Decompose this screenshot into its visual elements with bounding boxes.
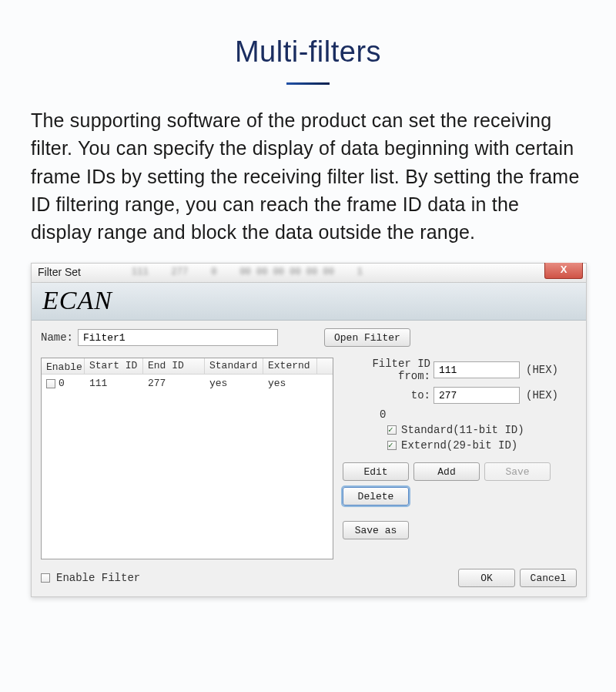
hex-suffix-to: (HEX) bbox=[526, 389, 558, 401]
save-button[interactable]: Save bbox=[484, 462, 551, 481]
description-text: The supporting software of the product c… bbox=[31, 106, 585, 246]
filter-to-input[interactable] bbox=[434, 387, 520, 404]
externd-checkbox[interactable] bbox=[387, 441, 397, 450]
col-header-enable: Enable bbox=[42, 358, 85, 374]
index-line: 0 bbox=[380, 408, 577, 421]
col-header-start-id: Start ID bbox=[85, 358, 143, 374]
cancel-button[interactable]: Cancel bbox=[520, 569, 577, 587]
row-standard: yes bbox=[205, 378, 263, 389]
enable-filter-label: Enable Filter bbox=[56, 572, 140, 584]
delete-button[interactable]: Delete bbox=[343, 487, 409, 506]
edit-button[interactable]: Edit bbox=[343, 462, 409, 481]
col-header-standard: Standard bbox=[205, 358, 263, 374]
grid-header: Enable Start ID End ID Standard Externd bbox=[42, 358, 333, 375]
filter-edit-panel: Filter ID from: (HEX) to: (HEX) 0 Standa… bbox=[343, 358, 577, 559]
row-enable-checkbox[interactable] bbox=[46, 379, 55, 388]
row-end-id: 277 bbox=[143, 378, 205, 389]
filter-from-label: Filter ID from: bbox=[343, 358, 430, 382]
banner: ECAN bbox=[32, 283, 586, 321]
filter-from-input[interactable] bbox=[434, 361, 520, 378]
hex-suffix-from: (HEX) bbox=[526, 364, 558, 376]
table-row[interactable]: 0 111 277 yes yes bbox=[42, 375, 333, 389]
name-input[interactable] bbox=[78, 329, 278, 346]
add-button[interactable]: Add bbox=[413, 462, 480, 481]
close-button[interactable]: X bbox=[544, 263, 583, 279]
blurred-background-text: 111277000 00 00 00 00 001 bbox=[132, 267, 540, 276]
close-icon: X bbox=[561, 264, 567, 275]
standard-checkbox-label: Standard(11-bit ID) bbox=[401, 424, 524, 436]
externd-checkbox-label: Externd(29-bit ID) bbox=[401, 439, 517, 452]
ok-button[interactable]: OK bbox=[458, 569, 515, 587]
col-header-end-id: End ID bbox=[143, 358, 205, 374]
titlebar: Filter Set 111277000 00 00 00 00 001 X bbox=[32, 264, 586, 283]
enable-filter-checkbox[interactable] bbox=[41, 573, 50, 583]
filter-grid[interactable]: Enable Start ID End ID Standard Externd … bbox=[41, 358, 333, 559]
open-filter-button[interactable]: Open Filter bbox=[324, 328, 410, 347]
ecan-logo: ECAN bbox=[42, 286, 575, 315]
row-start-id: 111 bbox=[85, 378, 143, 389]
filter-set-dialog: Filter Set 111277000 00 00 00 00 001 X E… bbox=[31, 263, 587, 597]
heading-underline bbox=[286, 82, 330, 85]
dialog-title: Filter Set bbox=[38, 266, 81, 278]
save-as-button[interactable]: Save as bbox=[343, 521, 409, 539]
row-index: 0 bbox=[59, 378, 65, 389]
row-externd: yes bbox=[263, 378, 317, 389]
name-label: Name: bbox=[41, 331, 73, 344]
filter-to-label: to: bbox=[343, 389, 430, 401]
standard-checkbox[interactable] bbox=[387, 425, 397, 435]
page-heading: Multi-filters bbox=[0, 0, 616, 69]
col-header-externd: Externd bbox=[263, 358, 317, 374]
